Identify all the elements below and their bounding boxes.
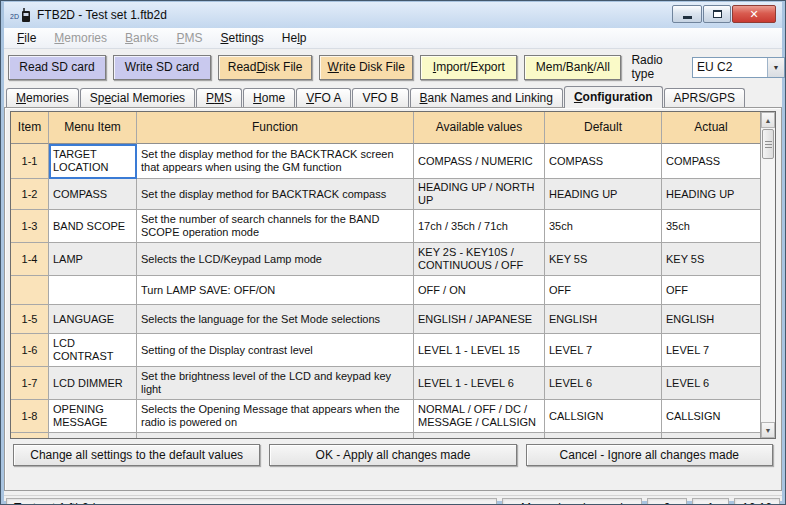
cell-menu-item[interactable]: OPENING MESSAGE <box>49 400 137 433</box>
cell-available-values[interactable]: OFF / ON <box>414 276 545 305</box>
scrollbar-thumb[interactable] <box>762 129 774 159</box>
table-row: 1-8 OPENING MESSAGE Selects the Opening … <box>11 400 760 433</box>
header-actual: Actual <box>662 112 760 144</box>
cell-default[interactable]: HEADING UP <box>545 179 662 210</box>
tab-configuration[interactable]: Configuration <box>564 86 663 108</box>
menu-banks: Banks <box>116 29 167 47</box>
cell-actual[interactable]: CALLSIGN <box>662 400 760 433</box>
cell-function[interactable]: Set the display method for the BACKTRACK… <box>137 144 414 179</box>
header-function: Function <box>137 112 414 144</box>
cell-default[interactable]: LEVEL 6 <box>545 367 662 400</box>
cell-actual[interactable]: 35ch <box>662 210 760 243</box>
scrollbar-track[interactable] <box>761 128 775 422</box>
cell-default[interactable]: LEVEL 7 <box>545 334 662 367</box>
window-title: FTB2D - Test set 1.ftb2d <box>37 8 167 22</box>
status-count-a: 0 <box>647 498 687 505</box>
cell-function[interactable]: Set the brightness level of the LCD and … <box>137 367 414 400</box>
tab-aprs-gps[interactable]: APRS/GPS <box>664 88 745 107</box>
cell-function[interactable]: Turn LAMP SAVE: OFF/ON <box>137 276 414 305</box>
menu-file[interactable]: File <box>8 29 45 47</box>
chevron-down-icon[interactable]: ▼ <box>767 58 784 77</box>
header-menu-item: Menu Item <box>49 112 137 144</box>
svg-text:2D: 2D <box>10 13 19 20</box>
table-row: 1-1 TARGET LOCATION Set the display meth… <box>11 144 760 179</box>
cell-available-values[interactable]: COMPASS / NUMERIC <box>414 144 545 179</box>
maximize-icon[interactable] <box>703 5 731 23</box>
cell-default[interactable]: KEY 5S <box>545 243 662 276</box>
read-disk-file-button[interactable]: Read Disk File <box>218 55 312 80</box>
header-default: Default <box>545 112 662 144</box>
cell-available-values[interactable]: ENGLISH / JAPANESE <box>414 305 545 334</box>
configuration-tab-page: Item Menu Item Function Available values… <box>4 107 782 491</box>
tab-home[interactable]: Home <box>243 88 295 107</box>
cell-available-values[interactable]: LEVEL 1 - LEVEL 15 <box>414 334 545 367</box>
minimize-icon[interactable] <box>672 5 702 23</box>
cell-function[interactable]: Setting of the Display contrast level <box>137 334 414 367</box>
write-sd-card-button[interactable]: Write SD card <box>113 55 211 80</box>
cell-menu-item[interactable]: COMPASS <box>49 179 137 210</box>
mem-bank-all-button[interactable]: Mem/Bank/All <box>524 55 621 80</box>
radio-type-value: EU C2 <box>693 60 767 74</box>
defaults-button[interactable]: Change all settings to the default value… <box>13 444 260 466</box>
footer-buttons: Change all settings to the default value… <box>10 439 776 466</box>
cell-available-values[interactable]: NORMAL / OFF / DC / MESSAGE / CALLSIGN <box>414 400 545 433</box>
title-bar[interactable]: 2D FTB2D - Test set 1.ftb2d ✕ <box>4 2 782 28</box>
header-available-values: Available values <box>414 112 545 144</box>
cell-actual[interactable]: ENGLISH <box>662 305 760 334</box>
cell-actual[interactable]: HEADING UP <box>662 179 760 210</box>
cell-menu-item[interactable]: LANGUAGE <box>49 305 137 334</box>
tab-memories[interactable]: Memories <box>6 88 79 107</box>
menu-pms: PMS <box>167 29 211 47</box>
cell-item: 1-4 <box>11 243 49 276</box>
menu-settings[interactable]: Settings <box>211 29 272 47</box>
close-icon[interactable]: ✕ <box>732 5 776 23</box>
scroll-down-icon[interactable]: ▼ <box>761 422 775 438</box>
read-sd-card-button[interactable]: Read SD card <box>8 55 106 80</box>
cell-default[interactable]: ENGLISH <box>545 305 662 334</box>
cell-default[interactable]: COMPASS <box>545 144 662 179</box>
settings-table: Item Menu Item Function Available values… <box>10 111 776 439</box>
cell-available-values[interactable]: 17ch / 35ch / 71ch <box>414 210 545 243</box>
cancel-ignore-button[interactable]: Cancel - Ignore all changes made <box>526 444 773 466</box>
cell-actual[interactable]: COMPASS <box>662 144 760 179</box>
radio-type-select[interactable]: EU C2 ▼ <box>692 57 785 78</box>
vertical-scrollbar[interactable]: ▲ ▼ <box>760 112 775 438</box>
cell-default[interactable]: 35ch <box>545 210 662 243</box>
tab-pms[interactable]: PMS <box>196 88 242 107</box>
status-bar: Test set 1.ftb2d Memories changed 0 1 16… <box>4 495 782 505</box>
header-item: Item <box>11 112 49 144</box>
cell-available-values[interactable]: HEADING UP / NORTH UP <box>414 179 545 210</box>
status-filename: Test set 1.ftb2d <box>6 498 497 505</box>
cell-function[interactable]: Set the number of search channels for th… <box>137 210 414 243</box>
cell-function[interactable]: Selects the Opening Message that appears… <box>137 400 414 433</box>
cell-menu-item[interactable] <box>49 276 137 305</box>
cell-menu-item-selected[interactable]: TARGET LOCATION <box>49 144 137 179</box>
menu-help[interactable]: Help <box>273 29 316 47</box>
cell-function[interactable]: Selects the LCD/Keypad Lamp mode <box>137 243 414 276</box>
ok-apply-button[interactable]: OK - Apply all changes made <box>269 444 516 466</box>
cell-actual[interactable]: LEVEL 7 <box>662 334 760 367</box>
cell-function[interactable]: Selects the language for the Set Mode se… <box>137 305 414 334</box>
cell-actual[interactable]: LEVEL 6 <box>662 367 760 400</box>
tab-bank-names-and-linking[interactable]: Bank Names and Linking <box>410 88 563 107</box>
cell-item: 1-3 <box>11 210 49 243</box>
table-header-row: Item Menu Item Function Available values… <box>11 112 760 144</box>
cell-menu-item[interactable]: LCD CONTRAST <box>49 334 137 367</box>
cell-function[interactable]: Set the display method for BACKTRACK com… <box>137 179 414 210</box>
table-row: 1-3 BAND SCOPE Set the number of search … <box>11 210 760 243</box>
scroll-up-icon[interactable]: ▲ <box>761 112 775 128</box>
tab-vfo-a[interactable]: VFO A <box>296 88 351 107</box>
cell-menu-item[interactable]: LAMP <box>49 243 137 276</box>
cell-menu-item[interactable]: LCD DIMMER <box>49 367 137 400</box>
tab-special-memories[interactable]: Special Memories <box>80 88 195 107</box>
cell-available-values[interactable]: LEVEL 1 - LEVEL 6 <box>414 367 545 400</box>
cell-actual[interactable]: KEY 5S <box>662 243 760 276</box>
cell-default[interactable]: CALLSIGN <box>545 400 662 433</box>
tab-vfo-b[interactable]: VFO B <box>352 88 408 107</box>
import-export-button[interactable]: Import/Export <box>420 55 517 80</box>
cell-actual[interactable]: OFF <box>662 276 760 305</box>
cell-default[interactable]: OFF <box>545 276 662 305</box>
cell-available-values[interactable]: KEY 2S - KEY10S / CONTINUOUS / OFF <box>414 243 545 276</box>
write-disk-file-button[interactable]: Write Disk File <box>319 55 413 80</box>
cell-menu-item[interactable]: BAND SCOPE <box>49 210 137 243</box>
